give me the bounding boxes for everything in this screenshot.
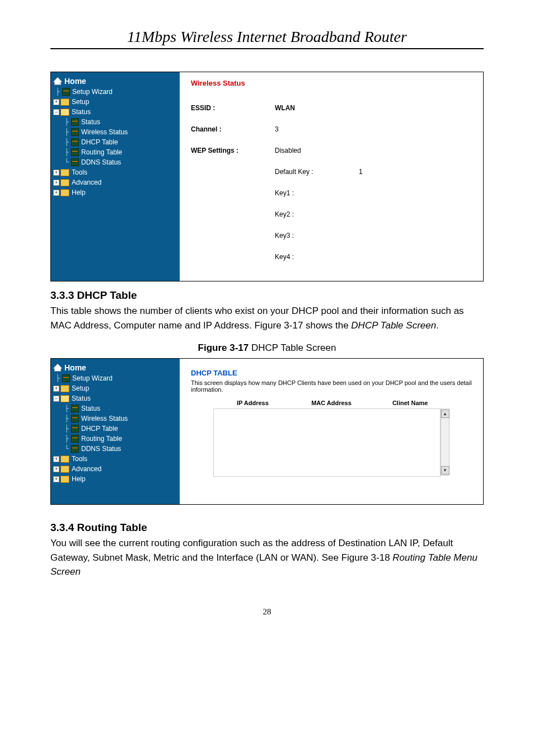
blank-label	[191, 168, 275, 176]
scroll-down-icon[interactable]: ▼	[441, 466, 449, 475]
nav-tools[interactable]: Tools	[72, 455, 87, 463]
wireless-status-content: Wireless Status ESSID : WLAN Channel : 3…	[180, 72, 483, 281]
tree-line-icon: ├	[62, 425, 71, 433]
nav-status[interactable]: Status	[72, 395, 91, 402]
expand-icon[interactable]: +	[53, 476, 59, 482]
scrollbar[interactable]: ▲ ▼	[441, 408, 449, 476]
expand-icon[interactable]: +	[53, 456, 59, 462]
expand-icon[interactable]: +	[53, 386, 59, 392]
page-number: 28	[50, 607, 484, 617]
section-333-heading: 3.3.3 DHCP Table	[50, 289, 484, 302]
document-header: 11Mbps Wireless Internet Broadband Route…	[50, 28, 484, 49]
blank-label	[191, 253, 275, 261]
collapse-icon[interactable]: −	[53, 396, 59, 402]
blank-label	[191, 232, 275, 240]
tree-line-icon: ├	[62, 138, 71, 146]
page-icon	[71, 445, 79, 453]
page-icon	[71, 138, 79, 146]
col-client-name: Clinet Name	[371, 400, 449, 406]
nav-status[interactable]: Status	[72, 108, 91, 116]
figure-317-bold: Figure 3-17	[198, 342, 251, 353]
collapse-icon[interactable]: −	[53, 109, 59, 115]
tree-line-icon: ├	[62, 405, 71, 412]
folder-icon	[60, 98, 69, 106]
blank-label	[191, 189, 275, 197]
figure-dhcp-table: Home ├ Setup Wizard + Setup − Status ├ S…	[50, 358, 484, 505]
default-key-label: Default Key :	[275, 168, 359, 176]
dhcp-table-heading: DHCP TABLE	[191, 369, 472, 377]
nav-wireless-status[interactable]: Wireless Status	[81, 128, 128, 136]
nav-setup[interactable]: Setup	[72, 384, 89, 392]
wireless-status-heading: Wireless Status	[191, 79, 472, 87]
key3-label: Key3 :	[275, 232, 294, 240]
page-icon	[62, 374, 70, 382]
folder-open-icon	[60, 109, 69, 116]
dhcp-table-desc: This screen displays how many DHCP Clien…	[191, 379, 472, 393]
expand-icon[interactable]: +	[53, 466, 59, 472]
expand-icon[interactable]: +	[53, 190, 59, 196]
nav-routing-table[interactable]: Routing Table	[81, 435, 122, 443]
nav-home[interactable]: Home	[64, 77, 86, 86]
essid-value: WLAN	[275, 104, 295, 112]
folder-icon	[60, 169, 69, 176]
dhcp-table-content: DHCP TABLE This screen displays how many…	[180, 359, 483, 504]
nav-wireless-status[interactable]: Wireless Status	[81, 415, 128, 422]
section-334-body: You will see the current routing configu…	[50, 536, 484, 579]
page-icon	[71, 158, 79, 166]
essid-label: ESSID :	[191, 104, 275, 112]
page-icon	[71, 148, 79, 156]
folder-icon	[60, 179, 69, 186]
home-icon	[53, 364, 62, 372]
nav-routing-table[interactable]: Routing Table	[81, 148, 122, 156]
dhcp-table-body	[213, 408, 441, 477]
folder-icon	[60, 466, 69, 473]
nav-tools[interactable]: Tools	[72, 168, 87, 176]
tree-line-icon: └	[62, 158, 71, 166]
col-ip-address: IP Address	[213, 400, 292, 406]
expand-icon[interactable]: +	[53, 180, 59, 186]
nav-ddns-status[interactable]: DDNS Status	[81, 445, 121, 453]
nav-help[interactable]: Help	[72, 189, 86, 196]
expand-icon[interactable]: +	[53, 99, 59, 105]
expand-icon[interactable]: +	[53, 170, 59, 176]
page-icon	[71, 405, 79, 412]
blank-label	[191, 210, 275, 218]
wep-label: WEP Settings :	[191, 147, 275, 154]
folder-open-icon	[60, 395, 69, 402]
tree-line-icon: ├	[62, 435, 71, 443]
nav-dhcp-table[interactable]: DHCP Table	[81, 425, 118, 433]
dhcp-table-columns: IP Address MAC Address Clinet Name	[191, 400, 472, 406]
nav-dhcp-table[interactable]: DHCP Table	[81, 138, 118, 146]
page-icon	[71, 415, 79, 422]
nav-setup-wizard[interactable]: Setup Wizard	[72, 88, 113, 96]
nav-advanced[interactable]: Advanced	[72, 179, 101, 186]
col-mac-address: MAC Address	[292, 400, 371, 406]
tree-line-icon: ├	[62, 148, 71, 156]
page-icon	[71, 425, 79, 433]
key1-label: Key1 :	[275, 189, 294, 197]
tree-line-icon: └	[62, 445, 71, 453]
figure-wireless-status: Home ├ Setup Wizard + Setup − Status ├ S…	[50, 72, 484, 281]
scroll-up-icon[interactable]: ▲	[441, 410, 449, 418]
home-icon	[53, 77, 62, 85]
folder-icon	[60, 189, 69, 196]
tree-line-icon: ├	[62, 118, 71, 126]
nav-status-sub[interactable]: Status	[81, 118, 100, 126]
page-icon	[71, 435, 79, 443]
section-333-body: This table shows the number of clients w…	[50, 304, 484, 332]
nav-home[interactable]: Home	[64, 363, 86, 372]
page-icon	[71, 128, 79, 136]
nav-advanced[interactable]: Advanced	[72, 465, 101, 473]
nav-tree: Home ├ Setup Wizard + Setup − Status ├ S…	[51, 72, 180, 281]
wep-value: Disabled	[275, 147, 301, 154]
section-334-heading: 3.3.4 Routing Table	[50, 522, 484, 534]
nav-status-sub[interactable]: Status	[81, 405, 100, 412]
tree-line-icon: ├	[62, 415, 71, 422]
nav-setup-wizard[interactable]: Setup Wizard	[72, 374, 113, 382]
key4-label: Key4 :	[275, 253, 294, 261]
nav-ddns-status[interactable]: DDNS Status	[81, 158, 121, 166]
nav-help[interactable]: Help	[72, 475, 86, 483]
folder-icon	[60, 476, 69, 483]
tree-line-icon: ├	[62, 128, 71, 136]
nav-setup[interactable]: Setup	[72, 98, 89, 106]
